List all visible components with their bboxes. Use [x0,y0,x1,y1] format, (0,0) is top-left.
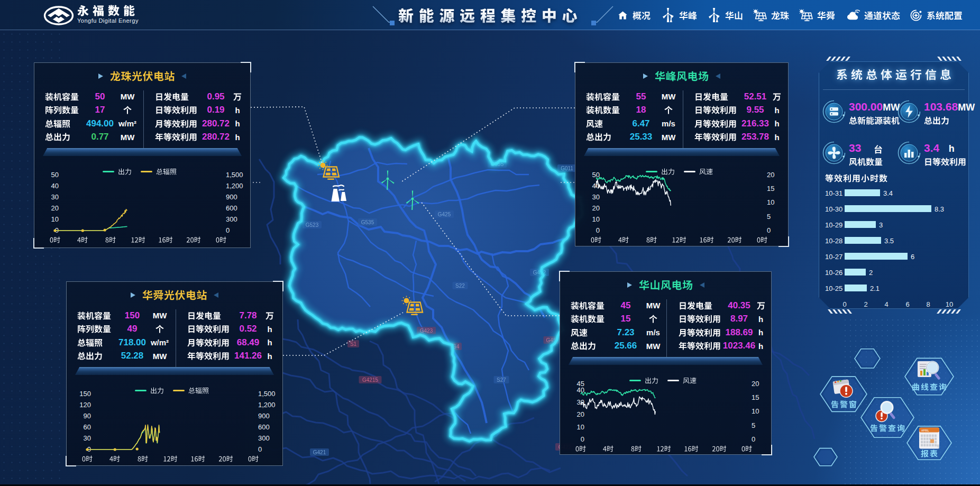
svg-text:G535: G535 [361,219,374,225]
svg-text:G4215: G4215 [362,377,378,383]
svg-text:G425: G425 [438,212,451,217]
svg-text:G421: G421 [313,450,326,455]
svg-text:S27: S27 [497,377,506,383]
svg-text:G523: G523 [306,222,319,228]
svg-text:S1: S1 [350,341,357,347]
svg-text:S22: S22 [455,283,465,289]
svg-text:APRIL: APRIL [921,429,929,432]
